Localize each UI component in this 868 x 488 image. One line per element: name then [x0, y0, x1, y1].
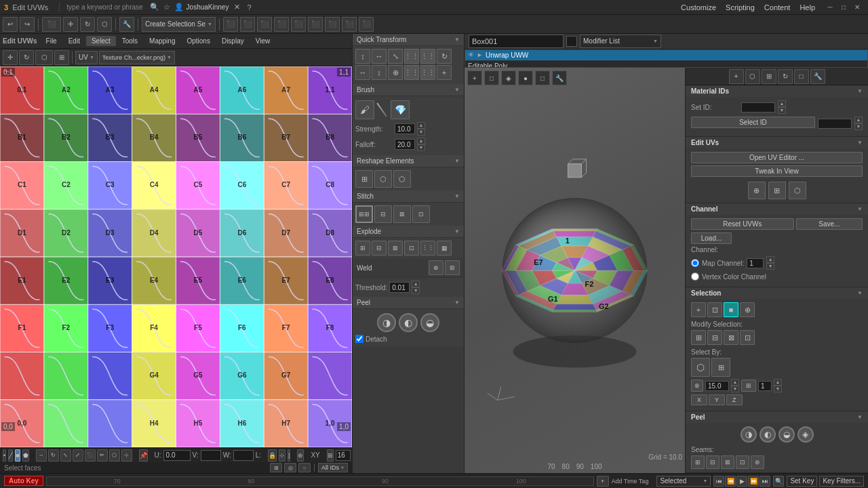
named-sel-7[interactable]: ⬛ [325, 17, 340, 32]
reset-uvws-button[interactable]: Reset UVWs [691, 218, 794, 230]
menu-options[interactable]: Options [181, 36, 215, 46]
brush-header[interactable]: Brush [353, 84, 464, 96]
select-id-up[interactable]: ▲ [854, 117, 863, 123]
uv-relax-mode[interactable]: ⬠ [109, 449, 120, 462]
vp-wrench-btn[interactable]: 🔧 [552, 70, 567, 85]
timeline-track[interactable]: 70 80 90 100 [46, 476, 594, 486]
grid-toggle[interactable]: ⊞ [327, 449, 334, 462]
uv-scl-mode[interactable]: ⤡ [60, 449, 71, 462]
menu-edit[interactable]: Edit [63, 36, 85, 46]
strength-down[interactable]: ▼ [417, 129, 425, 136]
modifier-expand-icon[interactable]: ► [477, 52, 483, 58]
search-icon[interactable]: 🔍 [150, 3, 159, 12]
vp-display-btn[interactable]: ◈ [501, 70, 516, 85]
peel-header[interactable]: Peel [353, 297, 464, 309]
bs-up[interactable]: ▲ [731, 379, 739, 386]
select-by-btn2[interactable]: ⊞ [711, 358, 730, 377]
save-button[interactable]: Save... [796, 218, 863, 230]
detach-checkbox[interactable] [355, 335, 363, 343]
qt-flip-h[interactable]: ↔ [355, 65, 370, 80]
explode-btn3[interactable]: ⊠ [388, 241, 403, 256]
next-frame-btn[interactable]: ⏩ [748, 476, 759, 487]
reshape-btn3[interactable]: ⬠ [393, 170, 411, 188]
bt-down[interactable]: ▼ [774, 386, 782, 392]
select-id-button[interactable]: Select ID [691, 117, 815, 128]
qt-dots4[interactable]: ⋮⋮ [420, 65, 435, 80]
uv-rotate-btn[interactable]: ↻ [19, 50, 34, 65]
vp-camera-btn[interactable]: □ [484, 70, 499, 85]
uv-canvas[interactable] [0, 66, 352, 447]
peel-right-btn4[interactable]: ◈ [797, 426, 814, 443]
uv-snap-mode[interactable]: ⊹ [121, 449, 132, 462]
search-btn[interactable]: 🔍 [773, 476, 784, 487]
affect-pivot[interactable]: | [288, 449, 290, 462]
uv-free-mode[interactable]: ⤢ [73, 449, 83, 462]
qt-dots3[interactable]: ⋮⋮ [404, 65, 419, 80]
falloff-down[interactable]: ▼ [417, 144, 425, 151]
quick-transform-header[interactable]: Quick Transform [353, 34, 464, 46]
add-time-tag-btn[interactable]: + [597, 476, 609, 487]
map-channel-input[interactable] [747, 258, 764, 268]
menu-file[interactable]: File [41, 36, 62, 46]
peel-right-btn1[interactable]: ◑ [741, 426, 757, 443]
brush-size-input[interactable] [705, 381, 729, 391]
cmd-hierarchy-btn[interactable]: ⊞ [762, 69, 776, 84]
seam-btn2[interactable]: ⊟ [706, 455, 719, 469]
uv-align-icon[interactable]: ⊞ [768, 182, 786, 199]
qt-center[interactable]: ⊕ [388, 65, 403, 80]
reshape-header[interactable]: Reshape Elements [353, 155, 464, 167]
prev-frame-start-btn[interactable]: ⏮ [713, 476, 724, 487]
qt-move-u[interactable]: ↕ [355, 49, 370, 64]
sel-ring-btn[interactable]: ◎ [284, 463, 296, 472]
undo-button[interactable]: ↩ [3, 17, 18, 32]
modifier-edpoly[interactable]: Editable Poly [465, 61, 867, 68]
y-btn[interactable]: Y [709, 394, 725, 405]
stitch-btn3[interactable]: ⊠ [393, 205, 411, 223]
sel-loop-btn[interactable]: ○ [298, 463, 311, 472]
vp-sphere-btn[interactable]: ● [518, 70, 533, 85]
uv-snap-icon[interactable]: ⊕ [748, 182, 766, 199]
select-obj-button[interactable]: ⬛ [42, 17, 61, 32]
all-ids-dropdown[interactable]: All IDs ▼ [318, 463, 348, 472]
menu-mapping[interactable]: Mapping [144, 36, 180, 46]
object-color-swatch[interactable] [566, 36, 577, 47]
uv-viewport[interactable]: 0,1 1,1 0,0 1,0 [0, 66, 352, 447]
uv-scale-btn[interactable]: ⬡ [35, 50, 53, 65]
material-ids-header[interactable]: Material IDs [686, 85, 868, 97]
set-id-up[interactable]: ▲ [778, 100, 786, 107]
explode-btn6[interactable]: ▦ [437, 241, 452, 256]
modify-sel-btn3[interactable]: ⊠ [724, 330, 738, 345]
select-id-input[interactable] [818, 119, 852, 129]
named-sel-6[interactable]: ⬛ [308, 17, 323, 32]
menu-select[interactable]: Select [86, 36, 116, 46]
help-icon[interactable]: ? [247, 3, 251, 12]
uv-format-dropdown[interactable]: UV ▼ [75, 51, 98, 64]
vp-plus-btn[interactable]: + [467, 70, 482, 85]
vp-rect-btn[interactable]: □ [535, 70, 550, 85]
peel-right-header[interactable]: Peel [686, 411, 868, 423]
seam-btn5[interactable]: ⊛ [751, 455, 764, 469]
modify-sel-btn4[interactable]: ⊡ [740, 330, 755, 345]
brush-type-input[interactable] [758, 381, 772, 391]
named-sel-4[interactable]: ⬛ [274, 17, 289, 32]
named-sel-8[interactable]: ⬛ [342, 17, 357, 32]
edit-uvs-header[interactable]: Edit UVs [686, 137, 868, 148]
map-channel-radio[interactable] [691, 259, 699, 267]
tweak-in-view-button[interactable]: Tweak In View [691, 165, 863, 177]
content-menu[interactable]: Content [762, 3, 793, 12]
reshape-btn2[interactable]: ⬡ [374, 170, 392, 188]
maximize-button[interactable]: □ [837, 0, 850, 15]
texture-dropdown[interactable]: Texture Ch...ecker.png) ▼ [99, 51, 175, 64]
modify-sel-btn1[interactable]: ⊞ [691, 330, 706, 345]
thresh-down[interactable]: ▼ [412, 287, 420, 294]
peel-btn2[interactable]: ◐ [399, 313, 418, 332]
open-uv-editor-button[interactable]: Open UV Editor ... [691, 152, 863, 163]
qt-scale-u[interactable]: ⤡ [388, 49, 403, 64]
menu-display[interactable]: Display [216, 36, 250, 46]
qt-dots1[interactable]: ⋮⋮ [404, 49, 419, 64]
move-button[interactable]: ✛ [63, 17, 78, 32]
modifier-list-dropdown[interactable]: Modifier List ▼ [580, 35, 661, 48]
qt-rotate[interactable]: ↻ [437, 49, 452, 64]
uv-reset-btn[interactable]: ⊛ [297, 449, 304, 462]
strength-up[interactable]: ▲ [417, 122, 425, 129]
